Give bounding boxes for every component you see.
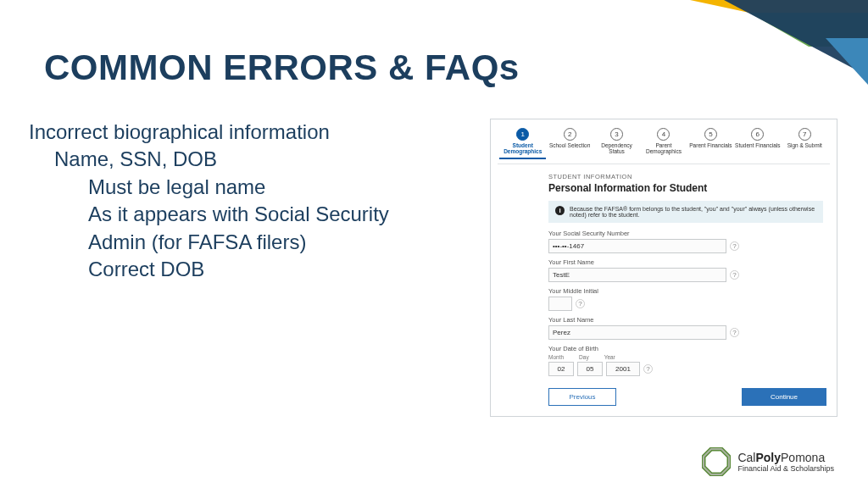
progress-steps: 1Student Demographics2School Selection3D… (498, 126, 830, 164)
bullet-lvl3: Must be legal name (88, 174, 470, 201)
step-number: 3 (610, 128, 623, 141)
bullet-lvl2: Name, SSN, DOB (54, 146, 470, 173)
dob-day-label: Day (579, 354, 589, 360)
step-number: 2 (564, 128, 576, 141)
step-item[interactable]: 7Sign & Submit (782, 128, 828, 148)
dob-year-label: Year (604, 354, 615, 360)
dob-day-input[interactable] (577, 362, 603, 376)
svg-marker-3 (826, 38, 868, 85)
svg-marker-5 (704, 449, 729, 474)
slide-title: COMMON ERRORS & FAQs (44, 47, 520, 88)
help-icon[interactable]: ? (576, 299, 585, 308)
bullet-lvl1: Incorrect biographical information (29, 119, 470, 146)
step-number: 5 (704, 128, 717, 141)
dob-year-input[interactable] (606, 362, 640, 376)
ssn-input[interactable] (548, 239, 726, 253)
notice-text: Because the FAFSA® form belongs to the s… (570, 206, 816, 218)
continue-button[interactable]: Continue (742, 388, 826, 406)
step-label: Dependency Status (593, 142, 640, 154)
step-label: Parent Demographics (640, 142, 687, 154)
svg-marker-2 (724, 0, 868, 76)
lastname-label: Your Last Name (548, 316, 823, 324)
section-eyebrow: STUDENT INFORMATION (548, 173, 823, 180)
help-icon[interactable]: ? (730, 241, 739, 251)
step-label: School Selection (546, 142, 593, 148)
step-label: Parent Financials (687, 142, 734, 148)
svg-marker-0 (690, 0, 868, 13)
dob-label: Your Date of Birth (548, 345, 823, 352)
previous-button[interactable]: Previous (548, 388, 616, 406)
help-icon[interactable]: ? (730, 328, 739, 337)
section-heading: Personal Information for Student (548, 182, 823, 194)
step-item[interactable]: 4Parent Demographics (640, 128, 687, 154)
step-label: Sign & Submit (782, 142, 828, 148)
bullet-list: Incorrect biographical information Name,… (29, 119, 470, 283)
ssn-label: Your Social Security Number (548, 230, 823, 237)
mi-input[interactable] (548, 297, 572, 311)
info-icon: i (555, 206, 565, 215)
fafsa-screenshot: 1Student Demographics2School Selection3D… (490, 119, 837, 417)
step-label: Student Demographics (499, 142, 546, 154)
bullet-lvl3: As it appears with Social Security (88, 201, 470, 228)
step-item[interactable]: 6Student Financials (734, 128, 781, 148)
step-item[interactable]: 1Student Demographics (499, 128, 546, 159)
help-icon[interactable]: ? (730, 270, 739, 280)
decorative-corner (648, 0, 868, 93)
step-label: Student Financials (734, 142, 781, 148)
svg-marker-1 (749, 13, 868, 47)
firstname-label: Your First Name (548, 258, 823, 266)
step-item[interactable]: 3Dependency Status (593, 128, 640, 154)
info-notice: i Because the FAFSA® form belongs to the… (548, 201, 823, 223)
bullet-lvl3: Correct DOB (88, 256, 470, 283)
bullet-lvl3: Admin (for FAFSA filers) (88, 229, 470, 256)
step-item[interactable]: 5Parent Financials (687, 128, 734, 148)
dob-month-input[interactable] (548, 362, 574, 376)
octagon-icon (702, 447, 731, 476)
dob-month-label: Month (548, 354, 564, 360)
step-number: 4 (657, 128, 670, 141)
step-number: 1 (516, 128, 529, 141)
help-icon[interactable]: ? (643, 364, 653, 374)
lastname-input[interactable] (548, 325, 726, 340)
step-number: 7 (798, 128, 811, 141)
footer-logo: CalPolyPomona Financial Aid & Scholarshi… (702, 447, 834, 476)
step-number: 6 (751, 128, 764, 141)
logo-text: CalPolyPomona Financial Aid & Scholarshi… (737, 451, 834, 473)
firstname-input[interactable] (548, 268, 726, 282)
mi-label: Your Middle Initial (548, 287, 823, 295)
step-item[interactable]: 2School Selection (546, 128, 593, 148)
